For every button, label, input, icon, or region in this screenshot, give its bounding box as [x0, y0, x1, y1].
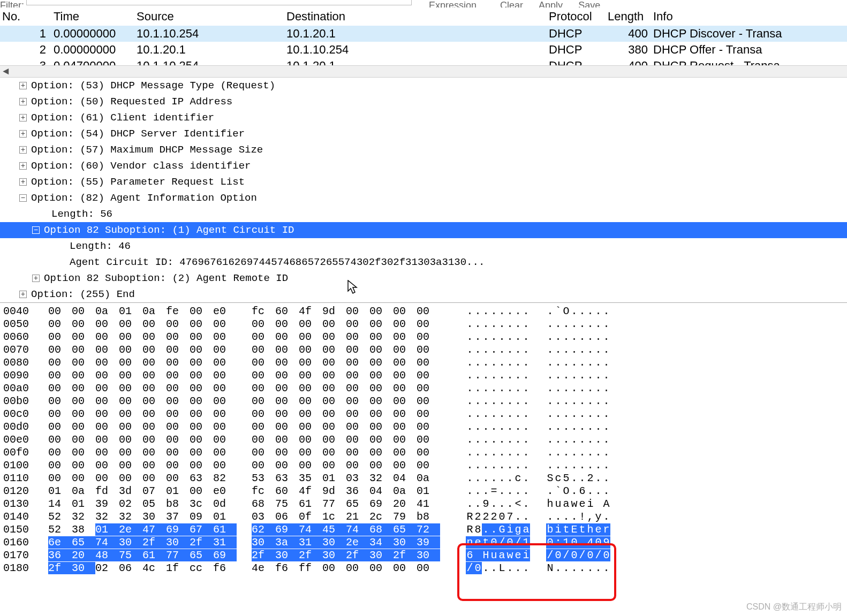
hex-row[interactable]: 01301401390205b83c0d6875617765692041..9.… — [0, 498, 847, 511]
tree-item[interactable]: +Option: (53) DHCP Message Type (Request… — [0, 78, 847, 94]
tree-label: Option 82 Suboption: (2) Agent Remote ID — [44, 272, 288, 284]
tree-label: Option: (53) DHCP Message Type (Request) — [31, 80, 275, 92]
packet-row[interactable]: 30.0470000010.1.10.25410.1.20.1DHCP400DH… — [0, 58, 847, 65]
tree-label: Option: (55) Parameter Request List — [31, 176, 245, 188]
tree-label: Option 82 Suboption: (1) Agent Circuit I… — [44, 224, 294, 236]
hex-row[interactable]: 005000000000000000000000000000000000....… — [0, 318, 847, 331]
packet-details[interactable]: +Option: (53) DHCP Message Type (Request… — [0, 78, 847, 302]
col-no[interactable]: No. — [0, 10, 54, 24]
hex-row[interactable]: 009000000000000000000000000000000000....… — [0, 369, 847, 382]
tree-label: Option: (54) DHCP Server Identifier — [31, 128, 245, 140]
hex-row[interactable]: 00e000000000000000000000000000000000....… — [0, 434, 847, 446]
col-source[interactable]: Source — [137, 10, 286, 24]
tree-label: Option: (57) Maximum DHCP Message Size — [31, 144, 263, 156]
expand-icon[interactable]: + — [19, 114, 27, 121]
tree-label: Length: 46 — [70, 240, 131, 252]
filter-clear-link[interactable]: Clear — [500, 0, 523, 7]
tree-item[interactable]: +Option: (55) Parameter Request List — [0, 174, 847, 190]
hex-row[interactable]: 01802f3002064c1fccf64ef6ff0000000000/0..… — [0, 562, 847, 575]
hex-row[interactable]: 0140523232323037090103060f1c212c79b8R222… — [0, 511, 847, 523]
tree-label: Agent Circuit ID: 4769676162697445746865… — [70, 256, 485, 268]
hex-row[interactable]: 01606e6574302f302f31303a31302e343039net0… — [0, 536, 847, 549]
col-info[interactable]: Info — [653, 10, 847, 24]
tree-item[interactable]: Agent Circuit ID: 4769676162697445746865… — [0, 254, 847, 270]
collapse-icon[interactable]: − — [19, 194, 27, 202]
tree-item[interactable]: Length: 56 — [0, 206, 847, 222]
tree-label: Option: (50) Requested IP Address — [31, 96, 232, 108]
expand-icon[interactable]: + — [19, 146, 27, 154]
filter-expression-link[interactable]: Expression... — [429, 0, 485, 7]
tree-label: Option: (61) Client identifier — [31, 112, 214, 124]
expand-icon[interactable]: + — [19, 130, 27, 138]
tree-item[interactable]: −Option 82 Suboption: (1) Agent Circuit … — [0, 222, 847, 238]
tree-label: Option: (255) End — [31, 288, 135, 300]
filter-save-link[interactable]: Save — [578, 0, 600, 7]
hex-row[interactable]: 01100000000000006382536335010332040a....… — [0, 472, 847, 485]
hex-row[interactable]: 00b000000000000000000000000000000000....… — [0, 395, 847, 408]
hex-row[interactable]: 01505238012e476967616269744574686572R8..… — [0, 523, 847, 536]
tree-label: Option: (82) Agent Information Option — [31, 192, 257, 204]
expand-icon[interactable]: + — [19, 162, 27, 170]
collapse-icon[interactable]: − — [32, 226, 40, 234]
col-length[interactable]: Length — [608, 10, 653, 24]
hex-row[interactable]: 00c000000000000000000000000000000000....… — [0, 408, 847, 421]
filter-links: Expression... Clear Apply Save — [422, 0, 607, 7]
filter-label: Filter: — [0, 0, 24, 7]
expand-icon[interactable]: + — [19, 82, 27, 89]
col-time[interactable]: Time — [54, 10, 137, 24]
hex-row[interactable]: 017036204875617765692f302f302f302f306 Hu… — [0, 549, 847, 562]
expand-icon[interactable]: + — [19, 291, 27, 298]
tree-item[interactable]: Length: 46 — [0, 238, 847, 254]
packet-list-header: No. Time Source Destination Protocol Len… — [0, 7, 847, 26]
col-destination[interactable]: Destination — [286, 10, 549, 24]
hex-row[interactable]: 00f000000000000000000000000000000000....… — [0, 446, 847, 459]
tree-item[interactable]: +Option: (50) Requested IP Address — [0, 94, 847, 110]
hex-row[interactable]: 010000000000000000000000000000000000....… — [0, 459, 847, 472]
packet-row[interactable]: 10.0000000010.1.10.25410.1.20.1DHCP400DH… — [0, 26, 847, 42]
expand-icon[interactable]: + — [32, 275, 40, 282]
hex-row[interactable]: 008000000000000000000000000000000000....… — [0, 356, 847, 369]
hex-row[interactable]: 00a000000000000000000000000000000000....… — [0, 382, 847, 395]
watermark: CSDN @数通工程师小明 — [746, 602, 842, 613]
col-protocol[interactable]: Protocol — [549, 10, 608, 24]
packet-list: No. Time Source Destination Protocol Len… — [0, 7, 847, 78]
filter-apply-link[interactable]: Apply — [539, 0, 563, 7]
tree-item[interactable]: +Option: (255) End — [0, 286, 847, 302]
packet-row[interactable]: 20.0000000010.1.20.110.1.10.254DHCP380DH… — [0, 42, 847, 58]
scroll-left-icon[interactable]: ◄ — [0, 66, 12, 77]
horizontal-scrollbar[interactable]: ◄ — [0, 65, 847, 77]
tree-item[interactable]: +Option: (54) DHCP Server Identifier — [0, 126, 847, 142]
hex-row[interactable]: 00d000000000000000000000000000000000....… — [0, 421, 847, 434]
hex-row[interactable]: 004000000a010afe00e0fc604f9d00000000....… — [0, 305, 847, 318]
tree-item[interactable]: +Option: (61) Client identifier — [0, 110, 847, 126]
tree-item[interactable]: +Option: (60) Vendor class identifier — [0, 158, 847, 174]
hex-row[interactable]: 006000000000000000000000000000000000....… — [0, 331, 847, 344]
tree-item[interactable]: +Option: (57) Maximum DHCP Message Size — [0, 142, 847, 158]
filter-bar: Filter: Expression... Clear Apply Save — [0, 0, 847, 7]
expand-icon[interactable]: + — [19, 178, 27, 186]
tree-item[interactable]: −Option: (82) Agent Information Option — [0, 190, 847, 206]
expand-icon[interactable]: + — [19, 98, 27, 105]
filter-input[interactable] — [26, 0, 412, 5]
hex-row[interactable]: 0120010afd3d070100e0fc604f9d36040a01...=… — [0, 485, 847, 498]
tree-label: Length: 56 — [51, 208, 112, 220]
tree-item[interactable]: +Option 82 Suboption: (2) Agent Remote I… — [0, 270, 847, 286]
hex-dump[interactable]: 004000000a010afe00e0fc604f9d00000000....… — [0, 303, 847, 575]
hex-row[interactable]: 007000000000000000000000000000000000....… — [0, 344, 847, 356]
tree-label: Option: (60) Vendor class identifier — [31, 160, 251, 172]
